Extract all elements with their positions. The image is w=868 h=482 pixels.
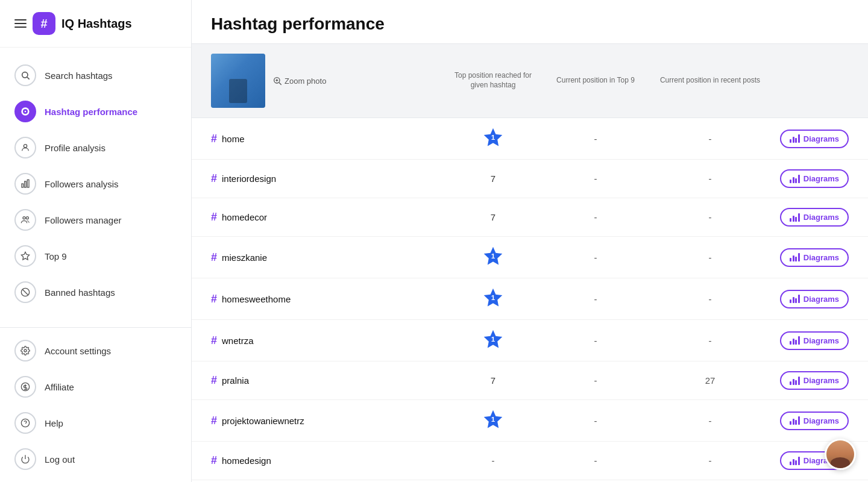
star-badge: 1 [482, 287, 504, 311]
svg-point-9 [23, 217, 25, 219]
hash-symbol: # [211, 374, 217, 387]
hashtag-row: #interiordesign7-- Diagrams [192, 160, 868, 198]
people-icon [14, 209, 36, 231]
current-recent-cell: - [650, 252, 770, 263]
thumbnail-image [211, 54, 265, 108]
sidebar-item-banned-hashtags[interactable]: Banned hashtags [0, 274, 191, 310]
diagrams-button[interactable]: Diagrams [780, 371, 849, 390]
bar-chart-icon [14, 173, 36, 195]
hashtag-row: #projektowaniewnetrz 1 -- Diagrams [192, 400, 868, 442]
diagrams-button[interactable]: Diagrams [780, 208, 849, 227]
sidebar-item-followers-analysis[interactable]: Followers analysis [0, 166, 191, 202]
sidebar-item-affiliate[interactable]: Affiliate [0, 369, 191, 405]
question-icon [14, 412, 36, 434]
sidebar-label-banned-hashtags: Banned hashtags [45, 287, 115, 298]
svg-point-4 [25, 111, 27, 113]
top-position-number: 7 [491, 174, 495, 184]
hashtag-name: home [222, 134, 445, 144]
diagrams-button[interactable]: Diagrams [780, 248, 849, 267]
col-header-current-top9: Current position in Top 9 [541, 76, 650, 86]
bar-chart-icon [790, 416, 800, 425]
bar-chart-icon [790, 134, 800, 143]
diagrams-button-wrap: Diagrams [770, 130, 849, 148]
bar-chart-icon [790, 377, 800, 385]
top-position-cell: 7 [445, 212, 541, 222]
svg-rect-7 [25, 181, 27, 187]
current-recent-cell: - [650, 455, 770, 466]
star-badge: 1 [482, 328, 504, 352]
star-badge: 1 [482, 127, 504, 151]
bar-chart-icon [790, 253, 800, 261]
svg-line-13 [22, 289, 28, 295]
bar-chart-icon [790, 213, 800, 222]
menu-toggle[interactable] [14, 19, 27, 28]
svg-text:1: 1 [491, 415, 495, 423]
diagrams-button[interactable]: Diagrams [780, 331, 849, 350]
hashtag-name: projektowaniewnetrz [222, 416, 445, 426]
sidebar-item-search-hashtags[interactable]: Search hashtags [0, 57, 191, 93]
hashtag-row: #homedecor7-- Diagrams [192, 198, 868, 237]
top-position-number: 7 [491, 212, 495, 222]
current-recent-cell: - [650, 212, 770, 222]
diagrams-button-wrap: Diagrams [770, 290, 849, 308]
sidebar-item-account-settings[interactable]: Account settings [0, 333, 191, 369]
page-title: Hashtag performance [211, 14, 849, 34]
bar-chart-icon [790, 175, 800, 183]
current-recent-cell: 27 [650, 375, 770, 386]
current-top9-cell: - [541, 416, 650, 426]
diagrams-button-wrap: Diagrams [770, 248, 849, 267]
avatar[interactable] [825, 439, 856, 470]
sidebar-label-help: Help [45, 418, 63, 428]
hashtag-name: interiordesign [222, 174, 445, 184]
hashtag-name: homedecor [222, 212, 445, 222]
hashtag-row: #wnetrza 1 -- Diagrams [192, 320, 868, 362]
hash-symbol: # [211, 415, 217, 427]
main-content: Hashtag performance Zoom photo Top posit… [192, 0, 868, 482]
diagrams-label: Diagrams [804, 174, 839, 183]
current-top9-cell: - [541, 134, 650, 144]
diagrams-label: Diagrams [804, 336, 839, 345]
svg-text:1: 1 [491, 293, 495, 301]
sidebar-label-affiliate: Affiliate [45, 382, 74, 392]
sidebar-item-top9[interactable]: Top 9 [0, 238, 191, 274]
diagrams-button-wrap: Diagrams [770, 208, 849, 227]
sidebar-item-hashtag-performance[interactable]: Hashtag performance [0, 93, 191, 130]
sidebar-label-search-hashtags: Search hashtags [45, 70, 113, 81]
post-thumbnail [211, 54, 265, 108]
diagrams-label: Diagrams [804, 253, 839, 262]
hash-symbol: # [211, 454, 217, 467]
current-top9-cell: - [541, 294, 650, 304]
sidebar-label-followers-manager: Followers manager [45, 215, 122, 225]
sidebar-item-profile-analysis[interactable]: Profile analysis [0, 130, 191, 166]
hashtag-row: #mieszkanie 1 -- Diagrams [192, 237, 868, 278]
current-top9-cell: - [541, 174, 650, 184]
content-area[interactable]: Zoom photo Top position reached for give… [192, 44, 868, 482]
zoom-photo-button[interactable]: Zoom photo [272, 76, 326, 86]
svg-point-10 [26, 217, 28, 219]
hashtag-name: wnetrza [222, 336, 445, 346]
sidebar-item-followers-manager[interactable]: Followers manager [0, 202, 191, 238]
svg-rect-6 [22, 184, 24, 187]
sidebar-label-account-settings: Account settings [45, 346, 111, 356]
diagrams-button[interactable]: Diagrams [780, 290, 849, 308]
svg-marker-11 [21, 252, 29, 260]
hash-symbol: # [211, 293, 217, 305]
hash-symbol: # [211, 334, 217, 347]
svg-line-1 [27, 77, 30, 80]
hash-symbol: # [211, 133, 217, 145]
sidebar-label-hashtag-performance: Hashtag performance [45, 107, 137, 117]
diagrams-button[interactable]: Diagrams [780, 169, 849, 188]
diagrams-button-wrap: Diagrams [770, 169, 849, 188]
diagrams-label: Diagrams [804, 213, 839, 222]
svg-rect-8 [27, 180, 29, 187]
sidebar-item-help[interactable]: Help [0, 405, 191, 441]
sidebar-item-logout[interactable]: Log out [0, 441, 191, 477]
sidebar-bottom: Account settings Affiliate [0, 327, 191, 482]
current-recent-cell: - [650, 134, 770, 144]
diagrams-button[interactable]: Diagrams [780, 130, 849, 148]
hashtag-row: #homedesign--- Diagrams [192, 442, 868, 480]
current-recent-cell: - [650, 416, 770, 426]
diagrams-button[interactable]: Diagrams [780, 412, 849, 430]
nav-section: Search hashtags Hashtag performance P [0, 48, 191, 327]
col-header-current-recent: Current position in recent posts [650, 76, 770, 86]
